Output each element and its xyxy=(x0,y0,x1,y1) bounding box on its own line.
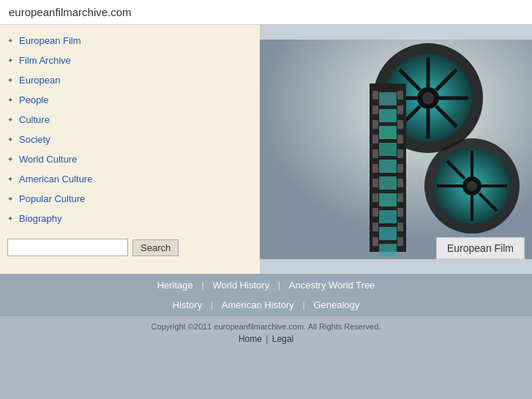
svg-rect-33 xyxy=(397,208,403,217)
svg-rect-43 xyxy=(379,210,397,223)
sidebar-label-society[interactable]: Society xyxy=(19,134,50,145)
sidebar-label-people[interactable]: People xyxy=(19,94,48,105)
bullet-icon: ✦ xyxy=(7,175,13,183)
svg-rect-17 xyxy=(372,135,378,143)
search-button[interactable]: Search xyxy=(132,239,179,256)
sidebar-item-film-archive[interactable]: ✦Film Archive xyxy=(0,51,260,70)
ancestry-world-tree-link[interactable]: Ancestry World Tree xyxy=(289,280,375,291)
svg-rect-27 xyxy=(397,120,403,129)
search-area: Search xyxy=(0,228,260,266)
sep3: | xyxy=(211,299,213,310)
sidebar-label-european[interactable]: European xyxy=(19,75,60,86)
sidebar-label-world-culture[interactable]: World Culture xyxy=(19,154,77,165)
svg-rect-30 xyxy=(397,164,403,173)
svg-rect-16 xyxy=(372,120,378,129)
svg-rect-36 xyxy=(379,92,397,105)
svg-rect-41 xyxy=(379,176,397,190)
american-history-link[interactable]: American History xyxy=(222,299,294,310)
svg-rect-40 xyxy=(379,160,397,173)
footer-links: Home | Legal xyxy=(0,334,532,344)
sidebar-item-european-film[interactable]: ✦European Film xyxy=(0,31,260,51)
bullet-icon: ✦ xyxy=(7,195,13,203)
image-area: European Film xyxy=(260,25,532,274)
sidebar: ✦European Film✦Film Archive✦European✦Peo… xyxy=(0,25,260,274)
sep1: | xyxy=(201,280,203,291)
svg-rect-31 xyxy=(397,179,403,187)
bullet-icon: ✦ xyxy=(7,96,13,104)
sidebar-label-popular-culture[interactable]: Popular Culture xyxy=(19,193,85,204)
sidebar-label-american-culture[interactable]: American Culture xyxy=(19,174,92,184)
sidebar-item-society[interactable]: ✦Society xyxy=(0,130,260,149)
svg-rect-19 xyxy=(372,164,378,173)
svg-rect-18 xyxy=(372,149,378,158)
svg-rect-37 xyxy=(379,109,397,122)
sep4: | xyxy=(302,299,304,310)
sidebar-item-biography[interactable]: ✦Biography xyxy=(0,209,260,228)
history-link[interactable]: History xyxy=(173,299,202,310)
film-reel-graphic xyxy=(260,25,532,274)
svg-point-4 xyxy=(422,92,434,104)
svg-rect-21 xyxy=(372,193,378,202)
sidebar-label-european-film[interactable]: European Film xyxy=(19,35,81,46)
svg-rect-44 xyxy=(379,227,397,240)
sidebar-item-world-culture[interactable]: ✦World Culture xyxy=(0,149,260,169)
sidebar-item-popular-culture[interactable]: ✦Popular Culture xyxy=(0,189,260,209)
sidebar-label-culture[interactable]: Culture xyxy=(19,114,50,125)
sidebar-item-people[interactable]: ✦People xyxy=(0,90,260,110)
svg-rect-23 xyxy=(372,223,378,231)
bullet-icon: ✦ xyxy=(7,37,13,45)
svg-rect-45 xyxy=(379,244,397,257)
site-title: europeanfilmarchive.com xyxy=(9,6,132,18)
genealogy-link[interactable]: Genealogy xyxy=(313,299,359,310)
svg-rect-14 xyxy=(372,91,378,100)
svg-rect-24 xyxy=(372,237,378,246)
sep2: | xyxy=(278,280,280,291)
bullet-icon: ✦ xyxy=(7,155,13,163)
svg-rect-20 xyxy=(372,179,378,187)
svg-rect-42 xyxy=(379,193,397,206)
eu-film-badge-label: European Film xyxy=(447,242,514,254)
bullet-icon: ✦ xyxy=(7,116,13,124)
world-history-link[interactable]: World History xyxy=(212,280,269,291)
links-row2: History | American History | Genealogy xyxy=(0,297,532,316)
sidebar-items-container: ✦European Film✦Film Archive✦European✦Peo… xyxy=(0,31,260,228)
svg-rect-22 xyxy=(372,208,378,217)
bullet-icon: ✦ xyxy=(7,215,13,223)
svg-point-49 xyxy=(467,181,477,191)
bullet-icon: ✦ xyxy=(7,76,13,84)
heritage-link[interactable]: Heritage xyxy=(157,280,193,291)
svg-rect-38 xyxy=(379,126,397,139)
svg-rect-15 xyxy=(372,105,378,114)
sidebar-item-american-culture[interactable]: ✦American Culture xyxy=(0,169,260,189)
svg-rect-25 xyxy=(397,91,403,100)
svg-rect-32 xyxy=(397,193,403,202)
links-row1: Heritage | World History | Ancestry Worl… xyxy=(0,274,532,297)
search-input[interactable] xyxy=(7,239,128,256)
footer-sep: | xyxy=(266,334,268,344)
bullet-icon: ✦ xyxy=(7,56,13,64)
svg-rect-29 xyxy=(397,149,403,158)
svg-rect-39 xyxy=(379,143,397,156)
svg-rect-28 xyxy=(397,135,403,143)
sidebar-item-culture[interactable]: ✦Culture xyxy=(0,110,260,130)
svg-rect-35 xyxy=(397,237,403,246)
sidebar-label-film-archive[interactable]: Film Archive xyxy=(19,55,71,66)
sidebar-label-biography[interactable]: Biography xyxy=(19,213,62,224)
legal-link[interactable]: Legal xyxy=(272,334,293,344)
eu-film-badge[interactable]: European Film xyxy=(436,237,525,259)
bullet-icon: ✦ xyxy=(7,135,13,143)
header: europeanfilmarchive.com xyxy=(0,0,532,25)
main-container: ✦European Film✦Film Archive✦European✦Peo… xyxy=(0,25,532,274)
svg-rect-34 xyxy=(397,223,403,231)
footer: Copyright ©2011 europeanfilmarchive.com.… xyxy=(0,316,532,350)
copyright: Copyright ©2011 europeanfilmarchive.com.… xyxy=(0,322,532,331)
home-link[interactable]: Home xyxy=(239,334,262,344)
svg-rect-26 xyxy=(397,105,403,114)
sidebar-item-european[interactable]: ✦European xyxy=(0,70,260,90)
